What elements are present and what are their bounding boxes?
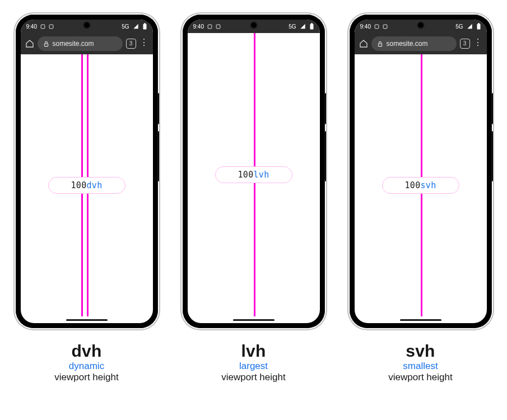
svg-rect-6 [216,25,220,29]
status-bar: 9:40 5G [188,20,320,33]
status-time: 9:40 [360,24,371,30]
viewport-demo-svh: 100svh [355,54,487,316]
caption-rest: viewport height [388,372,452,382]
camera-punch-hole [417,21,425,29]
caption-word: dynamic [69,361,104,371]
status-bar: 9:40 5G [355,20,487,33]
battery-icon [142,23,147,30]
svg-rect-3 [144,23,146,24]
notification-icon [374,24,379,29]
col-dvh: 9:40 5G [16,15,158,383]
size-value: 100 [405,180,421,190]
caption-dvh: dvh dynamic viewport height [54,342,118,383]
overflow-menu-icon[interactable]: ⋮ [473,38,482,47]
camera-punch-hole [250,21,258,29]
overflow-menu-icon[interactable]: ⋮ [139,38,148,47]
phone-screen: 9:40 5G [21,20,153,323]
phone-mock-lvh: 9:40 5G [183,15,325,328]
caption-rest: viewport height [54,372,118,382]
status-time: 9:40 [193,24,204,30]
viewport-demo-lvh: 100lvh [188,33,320,316]
svg-rect-11 [477,24,480,30]
tab-count-button[interactable]: 3 [126,39,136,49]
svg-rect-0 [41,25,45,29]
camera-punch-hole [83,21,91,29]
address-url: somesite.com [53,40,94,48]
diagram-stage: 9:40 5G [0,0,507,383]
home-icon[interactable] [359,39,368,48]
svg-rect-9 [375,25,379,29]
svg-rect-12 [478,23,480,24]
caption-word: smallest [403,361,438,371]
home-indicator [66,319,108,321]
svg-rect-4 [44,44,48,46]
size-value: 100 [71,180,87,190]
caption-unit: dvh [54,342,118,361]
caption-unit: lvh [221,342,285,361]
status-bar: 9:40 5G [21,20,153,33]
address-url: somesite.com [387,40,428,48]
notification-icon [40,24,45,29]
notification-icon [49,24,54,29]
notification-icon [216,24,221,29]
signal-icon [133,24,139,29]
caption-rest: viewport height [221,372,285,382]
phone-screen: 9:40 5G [355,20,487,323]
power-button [492,93,494,124]
power-button [158,93,160,124]
col-svh: 9:40 5G [350,15,492,383]
svg-rect-1 [49,25,53,29]
network-label: 5G [289,24,296,30]
phone-screen: 9:40 5G [188,20,320,323]
tab-count-button[interactable]: 3 [460,39,470,49]
phone-mock-dvh: 9:40 5G [16,15,158,328]
browser-address-bar: somesite.com 3 ⋮ [355,33,487,54]
caption-lvh: lvh largest viewport height [221,342,285,383]
notification-icon [383,24,388,29]
volume-button [325,131,327,181]
size-badge-dvh: 100dvh [48,177,125,194]
address-pill[interactable]: somesite.com [371,36,457,51]
lock-icon [43,41,49,47]
home-icon[interactable] [25,39,34,48]
svg-rect-13 [378,44,382,46]
notification-icon [207,24,212,29]
network-label: 5G [455,24,463,30]
browser-address-bar: somesite.com 3 ⋮ [21,33,153,54]
size-badge-svh: 100svh [382,177,459,194]
caption-unit: svh [388,342,452,361]
col-lvh: 9:40 5G [183,15,325,383]
size-unit: svh [421,180,436,190]
address-pill[interactable]: somesite.com [38,36,123,51]
home-indicator [233,319,275,321]
battery-icon [309,23,314,30]
svg-rect-8 [311,23,313,24]
caption-svh: svh smallest viewport height [388,342,452,383]
lock-icon [377,41,383,47]
network-label: 5G [122,24,129,30]
phone-mock-svh: 9:40 5G [350,15,492,328]
svg-rect-2 [143,24,146,30]
volume-button [492,131,494,181]
caption-word: largest [239,361,268,371]
signal-icon [467,24,473,29]
size-value: 100 [238,170,254,180]
home-indicator [400,319,441,321]
volume-button [158,131,160,181]
battery-icon [476,23,481,30]
svg-rect-10 [383,25,387,29]
size-unit: lvh [254,170,269,180]
svg-rect-7 [310,24,313,30]
size-unit: dvh [87,180,103,190]
power-button [325,93,327,124]
viewport-demo-dvh: 100dvh [21,54,153,316]
status-time: 9:40 [26,24,37,30]
size-badge-lvh: 100lvh [215,166,292,183]
svg-rect-5 [208,25,212,29]
signal-icon [300,24,306,29]
